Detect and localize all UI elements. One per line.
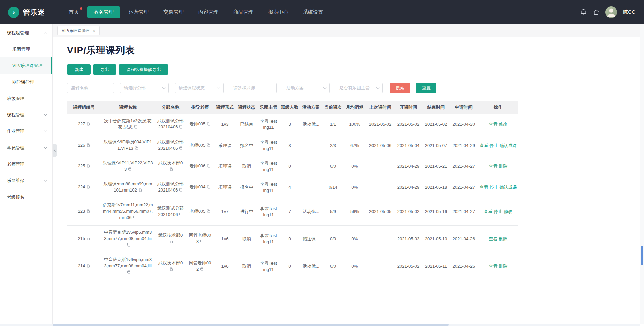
course-form: 1v7	[221, 209, 229, 214]
copy-icon[interactable]	[206, 122, 210, 128]
copy-icon[interactable]	[200, 239, 204, 246]
copy-icon[interactable]	[206, 185, 210, 191]
reset-button[interactable]: 重置	[416, 83, 436, 93]
copy-icon[interactable]	[134, 146, 138, 152]
nav-item-trade-mgmt[interactable]: 交易管理	[157, 6, 190, 18]
current-lesson-cell: 1/1	[322, 114, 344, 135]
sidebar-item-homework-mgmt[interactable]: 作业管理	[0, 123, 52, 140]
class-size-cell: 3	[279, 135, 300, 156]
view-link[interactable]: 查看	[480, 143, 488, 148]
copy-icon[interactable]	[179, 212, 183, 219]
delete-link[interactable]: 删除	[499, 236, 507, 241]
copy-icon[interactable]	[138, 188, 142, 194]
copy-icon[interactable]	[86, 122, 90, 128]
sidebar-item-instrument-maintenance[interactable]: 乐器维保	[0, 172, 52, 189]
create-button[interactable]: 新建	[67, 64, 91, 75]
copy-icon[interactable]	[169, 239, 173, 246]
nav-item-academic-mgmt[interactable]: 教务管理	[87, 6, 120, 18]
tab-vip-course-mgmt[interactable]: VIP/乐理课管理 ×	[57, 26, 100, 35]
copy-icon[interactable]	[179, 125, 183, 131]
copy-icon[interactable]	[128, 167, 132, 173]
delete-link[interactable]: 删除	[499, 164, 507, 169]
search-button[interactable]: 搜索	[390, 83, 410, 93]
copy-icon[interactable]	[86, 264, 90, 270]
teacher-filter-input[interactable]	[230, 83, 277, 93]
user-avatar[interactable]	[605, 6, 617, 18]
sidebar-item-online-course-mgmt[interactable]: 网管课管理	[0, 74, 52, 90]
sidebar-item-class-mgmt[interactable]: 班级管理	[0, 90, 52, 107]
course-name: 乐理课•VIP学员004,VIP11,VIP13	[104, 139, 152, 151]
nav-item-operation-mgmt[interactable]: 运营管理	[122, 6, 155, 18]
band-manager-filter-select[interactable]: 是否有乐团主管	[336, 83, 383, 93]
course-status-filter-select[interactable]: 请选课程状态	[175, 83, 224, 93]
view-link[interactable]: 查看	[484, 209, 492, 214]
activity-plan-filter-select[interactable]: 活动方案	[283, 83, 330, 93]
copy-icon[interactable]	[86, 143, 90, 149]
sidebar-item-course-group-mgmt[interactable]: 课程组管理	[0, 24, 52, 41]
start-time-cell: 2021-04-29	[395, 156, 422, 177]
copy-icon[interactable]	[179, 188, 183, 194]
nav-item-system-settings[interactable]: 系统设置	[297, 6, 330, 18]
band-manager-cell: 李霞Testing11	[258, 135, 279, 156]
copy-icon[interactable]	[169, 167, 173, 173]
copy-icon[interactable]	[169, 267, 173, 273]
band-manager-cell: 李霞Testing11	[258, 198, 279, 226]
copy-icon[interactable]	[86, 236, 90, 243]
stop-link[interactable]: 停止	[490, 185, 498, 190]
copy-icon[interactable]	[86, 185, 90, 191]
copy-icon[interactable]	[179, 146, 183, 152]
copy-icon[interactable]	[206, 209, 210, 215]
start-time-cell: 2021-05-02	[395, 198, 422, 226]
view-link[interactable]: 查看	[489, 164, 497, 169]
edit-link[interactable]: 修改	[499, 122, 507, 127]
course-name-filter-input[interactable]	[67, 83, 114, 93]
course-form-cell: 乐理课	[214, 177, 236, 198]
sidebar-item-band-mgmt[interactable]: 乐团管理	[0, 41, 52, 57]
close-icon[interactable]: ×	[93, 28, 95, 33]
nav-item-content-mgmt[interactable]: 内容管理	[192, 6, 225, 18]
username[interactable]: 陈CC	[623, 9, 635, 15]
table-header-row: 课程组编号课程名称分部名称指导老师课程形式课程状态乐团主管班级人数活动方案当前课…	[67, 101, 518, 114]
vertical-scrollbar-thumb[interactable]	[641, 246, 643, 265]
copy-icon[interactable]	[200, 267, 204, 273]
activity-plan-cell: 活动优...	[300, 114, 322, 135]
view-link[interactable]: 查看	[489, 236, 497, 241]
sidebar-item-teacher-mgmt[interactable]: 老师管理	[0, 156, 52, 172]
nav-item-home[interactable]: 首页	[62, 6, 85, 18]
nav-item-label: 系统设置	[303, 9, 323, 15]
copy-icon[interactable]	[86, 209, 90, 215]
bell-icon[interactable]	[580, 9, 587, 16]
export-button[interactable]: 导出	[93, 64, 116, 75]
nav-item-product-mgmt[interactable]: 商品管理	[227, 6, 260, 18]
stop-link[interactable]: 停止	[490, 143, 498, 148]
copy-icon[interactable]	[127, 242, 131, 249]
branch-filter-select[interactable]: 请选择分部	[120, 83, 169, 93]
sidebar-item-course-mgmt[interactable]: 课程管理	[0, 107, 52, 123]
view-link[interactable]: 查看	[489, 122, 497, 127]
view-link[interactable]: 查看	[480, 185, 488, 190]
horizontal-scrollbar[interactable]	[0, 324, 640, 326]
copy-icon[interactable]	[86, 164, 90, 170]
copy-icon[interactable]	[133, 215, 137, 222]
confirm-course-link[interactable]: 确认成课	[500, 143, 517, 148]
delete-link[interactable]: 删除	[499, 264, 507, 269]
vertical-scrollbar[interactable]	[640, 24, 644, 324]
band-manager-cell: 李霞Testing11	[258, 225, 279, 253]
copy-icon[interactable]	[206, 164, 210, 170]
stop-link[interactable]: 停止	[494, 209, 502, 214]
sidebar-item-exam-registration[interactable]: 考级报名	[0, 189, 52, 205]
copy-icon[interactable]	[127, 270, 131, 276]
edit-link[interactable]: 修改	[504, 209, 512, 214]
confirm-course-link[interactable]: 确认成课	[500, 185, 517, 190]
renewal-reminder-export-button[interactable]: 课程续费提醒导出	[119, 64, 168, 75]
nav-item-report-center[interactable]: 报表中心	[262, 6, 295, 18]
sidebar-item-label: 考级报名	[7, 194, 24, 200]
sidebar-collapse-handle[interactable]	[53, 144, 57, 157]
copy-icon[interactable]	[134, 125, 138, 131]
view-link[interactable]: 查看	[489, 264, 497, 269]
copy-icon[interactable]	[206, 143, 210, 149]
home-icon[interactable]	[593, 9, 600, 16]
sidebar-item-vip-course-mgmt[interactable]: VIP/乐理课管理	[0, 57, 52, 74]
horizontal-scrollbar-thumb[interactable]	[53, 324, 449, 326]
sidebar-item-student-mgmt[interactable]: 学员管理	[0, 140, 52, 156]
